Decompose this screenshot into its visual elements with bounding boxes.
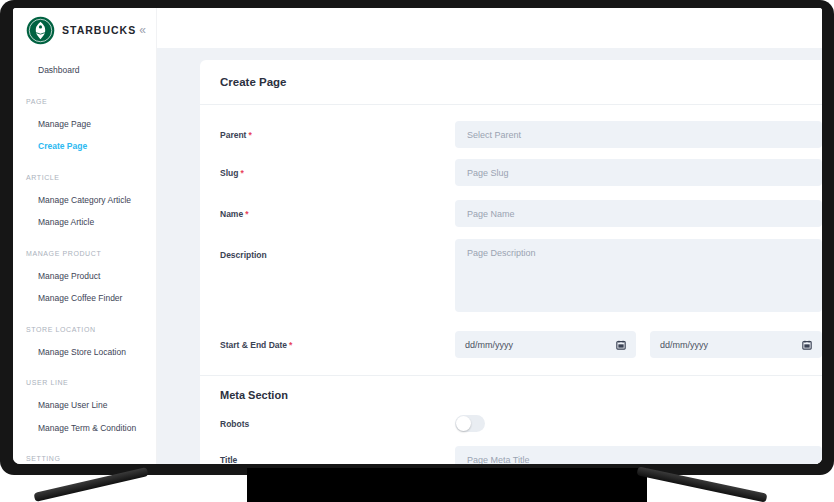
create-page-card: Create Page Parent* Slug* <box>200 60 822 464</box>
sidebar-item-manage-term-condition[interactable]: Manage Term & Condition <box>13 417 156 440</box>
sidebar-nav: Dashboard PAGE Manage Page Create Page A… <box>13 52 156 464</box>
description-label: Description <box>220 239 455 316</box>
sidebar: STARBUCKS « Dashboard PAGE Manage Page C… <box>13 8 157 464</box>
sidebar-item-dashboard[interactable]: Dashboard <box>13 59 156 82</box>
calendar-icon[interactable] <box>616 340 626 350</box>
start-date-input[interactable]: dd/mm/yyyy <box>455 331 636 358</box>
content-area: Create Page Parent* Slug* <box>157 48 822 464</box>
description-textarea[interactable] <box>455 239 822 312</box>
required-asterisk: * <box>240 168 243 178</box>
end-date-placeholder: dd/mm/yyyy <box>660 340 708 350</box>
sidebar-item-create-page[interactable]: Create Page <box>13 135 156 158</box>
name-row: Name* <box>220 200 822 227</box>
sidebar-item-manage-category-article[interactable]: Manage Category Article <box>13 189 156 212</box>
meta-title-label: Title <box>220 455 455 465</box>
section-divider <box>200 375 822 376</box>
sidebar-item-manage-product[interactable]: Manage Product <box>13 265 156 288</box>
slug-input[interactable] <box>455 159 822 186</box>
sidebar-section-user-line: USER LINE <box>13 372 156 394</box>
sidebar-item-manage-coffee-finder[interactable]: Manage Coffee Finder <box>13 287 156 310</box>
sidebar-section-manage-product: MANAGE PRODUCT <box>13 243 156 265</box>
main-area: Create Page Parent* Slug* <box>157 8 822 464</box>
name-input[interactable] <box>455 200 822 227</box>
sidebar-item-manage-store-location[interactable]: Manage Store Location <box>13 341 156 364</box>
start-date-placeholder: dd/mm/yyyy <box>465 340 513 350</box>
page-title: Create Page <box>220 76 802 88</box>
meta-title-row: Title <box>220 446 822 464</box>
slug-row: Slug* <box>220 159 822 186</box>
date-row: Start & End Date* dd/mm/yyyy dd/mm/yyyy <box>220 331 822 358</box>
screen: STARBUCKS « Dashboard PAGE Manage Page C… <box>13 8 822 464</box>
parent-select[interactable] <box>455 121 822 148</box>
end-date-input[interactable]: dd/mm/yyyy <box>650 331 822 358</box>
sidebar-section-article: ARTICLE <box>13 167 156 189</box>
meta-title-input[interactable] <box>455 446 822 464</box>
sidebar-section-page: PAGE <box>13 91 156 113</box>
parent-row: Parent* <box>220 121 822 148</box>
meta-section-heading: Meta Section <box>220 389 822 401</box>
calendar-icon[interactable] <box>802 340 812 350</box>
monitor-stand-base <box>247 468 647 502</box>
sidebar-item-manage-user-line[interactable]: Manage User Line <box>13 394 156 417</box>
brand-header: STARBUCKS « <box>13 8 156 52</box>
required-asterisk: * <box>245 209 248 219</box>
sidebar-collapse-icon[interactable]: « <box>139 23 146 37</box>
description-row: Description <box>220 239 822 316</box>
sidebar-item-manage-page[interactable]: Manage Page <box>13 113 156 136</box>
robots-row: Robots <box>220 415 822 432</box>
robots-toggle[interactable] <box>455 415 485 432</box>
start-end-date-label: Start & End Date* <box>220 340 455 350</box>
sidebar-section-store-location: STORE LOCATION <box>13 319 156 341</box>
robots-label: Robots <box>220 419 455 429</box>
sidebar-item-manage-article[interactable]: Manage Article <box>13 211 156 234</box>
brand-name: STARBUCKS <box>62 24 139 36</box>
starbucks-logo-icon <box>26 16 55 45</box>
slug-label: Slug* <box>220 168 455 178</box>
topbar <box>157 8 822 48</box>
name-label: Name* <box>220 209 455 219</box>
sidebar-section-setting: SETTING <box>13 448 156 464</box>
create-page-form: Parent* Slug* <box>200 121 822 464</box>
required-asterisk: * <box>248 130 251 140</box>
required-asterisk: * <box>289 340 292 350</box>
card-header: Create Page <box>200 60 822 105</box>
parent-label: Parent* <box>220 130 455 140</box>
toggle-knob <box>456 416 471 431</box>
